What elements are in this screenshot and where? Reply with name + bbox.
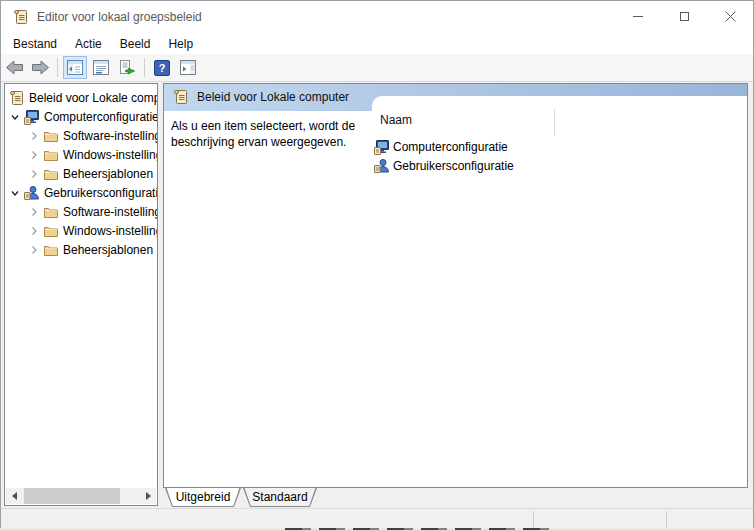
tree-item-label: Windows-instellingen bbox=[63, 224, 158, 238]
user-config-icon bbox=[24, 185, 40, 201]
tab-uitgebreid[interactable]: Uitgebreid bbox=[165, 488, 241, 507]
gpedit-window: Editor voor lokaal groepsbeleid Bestand … bbox=[0, 0, 754, 528]
list-item-computerconfiguratie[interactable]: Computerconfiguratie bbox=[374, 138, 508, 155]
titlebar[interactable]: Editor voor lokaal groepsbeleid bbox=[1, 1, 753, 33]
chevron-right-icon[interactable] bbox=[28, 206, 40, 218]
show-console-tree-icon bbox=[67, 60, 83, 75]
window-title: Editor voor lokaal groepsbeleid bbox=[37, 10, 202, 24]
menu-bestand[interactable]: Bestand bbox=[4, 35, 66, 53]
maximize-icon bbox=[680, 12, 689, 21]
maximize-button[interactable] bbox=[661, 1, 707, 32]
show-action-pane-button[interactable] bbox=[176, 56, 200, 79]
results-banner-title: Beleid voor Lokale computer bbox=[197, 90, 349, 104]
column-separator[interactable] bbox=[554, 109, 555, 136]
export-list-button[interactable] bbox=[115, 56, 139, 79]
tree-item-software-instellingen[interactable]: Software-instellingen bbox=[5, 126, 158, 145]
forward-arrow-icon bbox=[31, 60, 50, 75]
svg-text:?: ? bbox=[159, 62, 166, 74]
close-button[interactable] bbox=[707, 1, 753, 32]
properties-icon bbox=[93, 60, 109, 75]
gpo-scroll-icon bbox=[9, 90, 25, 106]
tree-item-gebruikersconfiguratie[interactable]: Gebruikersconfiguratie bbox=[5, 183, 158, 202]
tree-item-beheersjablonen[interactable]: Beheersjablonen bbox=[5, 240, 158, 259]
tree-item-windows-instellingen[interactable]: Windows-instellingen bbox=[5, 221, 158, 240]
tree-item-label: Software-instellingen bbox=[63, 205, 158, 219]
chevron-down-icon[interactable] bbox=[9, 187, 21, 199]
toolbar-separator bbox=[144, 58, 145, 77]
column-header-naam[interactable]: Naam bbox=[380, 113, 412, 127]
menu-help[interactable]: Help bbox=[159, 35, 202, 53]
selection-description: Als u een item selecteert, wordt de besc… bbox=[171, 118, 371, 150]
scroll-left-arrow[interactable] bbox=[6, 488, 22, 504]
chevron-right-icon[interactable] bbox=[28, 225, 40, 237]
gpo-scroll-icon bbox=[13, 9, 29, 25]
folder-icon bbox=[43, 147, 59, 163]
toolbar: ? bbox=[1, 54, 753, 82]
tree-item-beheersjablonen[interactable]: Beheersjablonen bbox=[5, 164, 158, 183]
tree-item-software-instellingen[interactable]: Software-instellingen bbox=[5, 202, 158, 221]
tree-item-windows-instellingen[interactable]: Windows-instellingen bbox=[5, 145, 158, 164]
menu-beeld[interactable]: Beeld bbox=[111, 35, 160, 53]
forward-button[interactable] bbox=[28, 56, 52, 79]
list-item-label: Gebruikersconfiguratie bbox=[393, 159, 514, 173]
folder-icon bbox=[43, 166, 59, 182]
folder-icon bbox=[43, 204, 59, 220]
computer-config-icon bbox=[24, 109, 40, 125]
main-area: Beleid voor Lokale computer bbox=[1, 82, 753, 508]
menubar: Bestand Actie Beeld Help bbox=[1, 33, 753, 54]
show-action-pane-icon bbox=[180, 60, 196, 75]
tab-label: Uitgebreid bbox=[165, 488, 241, 506]
back-arrow-icon bbox=[5, 60, 24, 75]
statusbar-separator bbox=[533, 511, 534, 528]
back-button[interactable] bbox=[2, 56, 26, 79]
results-pane: Beleid voor Lokale computer Als u een it… bbox=[163, 83, 748, 488]
statusbar-separator bbox=[666, 511, 667, 528]
gpo-scroll-icon bbox=[173, 89, 189, 105]
menu-actie[interactable]: Actie bbox=[66, 35, 111, 53]
close-icon bbox=[725, 11, 736, 22]
tree-item-label: Software-instellingen bbox=[63, 129, 158, 143]
chevron-right-icon[interactable] bbox=[28, 130, 40, 142]
tree-item-label: Windows-instellingen bbox=[63, 148, 158, 162]
console-tree-panel: Beleid voor Lokale computer bbox=[4, 83, 158, 506]
properties-button[interactable] bbox=[89, 56, 113, 79]
computer-config-icon bbox=[374, 139, 390, 155]
tree-item-label: Beheersjablonen bbox=[63, 167, 153, 181]
tree-item-label: Beheersjablonen bbox=[63, 243, 153, 257]
show-console-tree-button[interactable] bbox=[63, 56, 87, 79]
view-tabbar: Uitgebreid Standaard bbox=[163, 488, 748, 508]
tab-label: Standaard bbox=[243, 488, 317, 506]
chevron-down-icon[interactable] bbox=[9, 111, 21, 123]
scroll-right-arrow[interactable] bbox=[140, 488, 156, 504]
toolbar-separator bbox=[57, 58, 58, 77]
list-item-label: Computerconfiguratie bbox=[393, 140, 508, 154]
tree-item-label: Computerconfiguratie bbox=[44, 110, 158, 124]
tree-horizontal-scrollbar[interactable] bbox=[6, 488, 156, 504]
help-icon: ? bbox=[154, 60, 170, 76]
export-list-icon bbox=[119, 60, 136, 75]
user-config-icon bbox=[374, 158, 390, 174]
scrollbar-thumb[interactable] bbox=[24, 488, 120, 504]
tree-item-label: Gebruikersconfiguratie bbox=[44, 186, 158, 200]
list-item-gebruikersconfiguratie[interactable]: Gebruikersconfiguratie bbox=[374, 157, 514, 174]
folder-icon bbox=[43, 223, 59, 239]
chevron-right-icon[interactable] bbox=[28, 149, 40, 161]
help-button[interactable]: ? bbox=[150, 56, 174, 79]
screen: Editor voor lokaal groepsbeleid Bestand … bbox=[0, 0, 754, 530]
folder-icon bbox=[43, 128, 59, 144]
tree-item-label: Beleid voor Lokale computer bbox=[29, 91, 158, 105]
minimize-icon bbox=[633, 16, 643, 17]
tab-standaard[interactable]: Standaard bbox=[243, 488, 317, 507]
tree-item-computerconfiguratie[interactable]: Computerconfiguratie bbox=[5, 107, 158, 126]
minimize-button[interactable] bbox=[615, 1, 661, 32]
chevron-right-icon[interactable] bbox=[28, 168, 40, 180]
tree-item-root[interactable]: Beleid voor Lokale computer bbox=[5, 88, 158, 107]
folder-icon bbox=[43, 242, 59, 258]
statusbar bbox=[1, 508, 753, 528]
chevron-right-icon[interactable] bbox=[28, 244, 40, 256]
